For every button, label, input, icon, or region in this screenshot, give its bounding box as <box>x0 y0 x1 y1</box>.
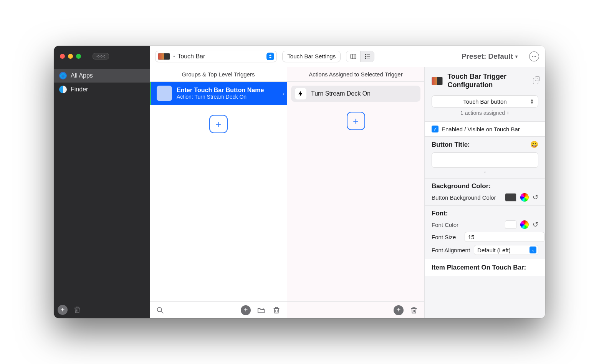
bg-color-sublabel: Button Background Color <box>432 194 501 201</box>
trash-icon <box>272 306 281 314</box>
trash-icon <box>410 306 418 314</box>
chevron-down-icon: ▾ <box>515 54 518 59</box>
actions-body: Turn Stream Deck On + <box>287 82 424 301</box>
action-row[interactable]: Turn Stream Deck On <box>291 86 420 102</box>
more-menu-button[interactable] <box>529 51 539 61</box>
font-size-label: Font Size <box>432 234 462 240</box>
font-color-picker-button[interactable] <box>520 220 529 229</box>
svg-point-12 <box>157 307 162 311</box>
sidebar-item-finder[interactable]: Finder <box>54 83 150 96</box>
reset-font-color-button[interactable]: ↺ <box>533 220 538 229</box>
touchbar-icon <box>432 77 443 85</box>
trigger-type-select[interactable]: • Touch Bar <box>155 51 277 62</box>
add-app-button[interactable]: + <box>58 305 68 315</box>
bolt-icon <box>295 88 306 99</box>
svg-point-7 <box>365 58 366 58</box>
button-title-input[interactable] <box>432 152 538 168</box>
checkmark-icon: ✓ <box>432 126 438 132</box>
view-list-button[interactable] <box>360 51 374 62</box>
triggers-header: Groups & Top Level Triggers <box>150 67 287 82</box>
enabled-label: Enabled / Visible on Touch Bar <box>442 126 520 132</box>
preset-menu[interactable]: Preset: Default ▾ <box>462 52 518 61</box>
delete-trigger-button[interactable] <box>271 305 281 315</box>
font-color-label: Font Color <box>432 222 501 228</box>
button-title-block: Button Title: 😀 ○ <box>425 137 545 178</box>
delete-app-button[interactable] <box>72 305 82 315</box>
resize-handle-icon[interactable]: ○ <box>432 168 538 174</box>
font-size-input[interactable] <box>465 232 544 242</box>
reset-bg-color-button[interactable]: ↺ <box>533 193 538 202</box>
close-window-button[interactable] <box>60 54 65 59</box>
svg-rect-0 <box>351 54 356 59</box>
sidebar: 🌐 All Apps Finder + <box>54 67 150 318</box>
chevron-right-icon: › <box>283 91 285 96</box>
font-color-swatch[interactable] <box>505 220 516 229</box>
trash-icon <box>73 306 81 314</box>
add-action-footer-button[interactable]: + <box>394 305 404 315</box>
delete-action-button[interactable] <box>409 305 419 315</box>
stepper-icon: ▲▼ <box>530 99 534 104</box>
actions-footer: + <box>287 301 424 318</box>
search-button[interactable] <box>155 305 165 315</box>
font-alignment-select[interactable]: Default (Left) ⌄ <box>474 245 538 255</box>
trigger-kind-select[interactable]: Touch Bar button ▲▼ <box>432 95 538 108</box>
inspector-column: Touch Bar Trigger Configuration Touch Ba… <box>425 67 545 318</box>
touchbar-settings-button[interactable]: Touch Bar Settings <box>282 51 341 62</box>
sidebar-item-all-apps[interactable]: 🌐 All Apps <box>54 69 150 83</box>
back-button[interactable]: <<< <box>93 53 109 60</box>
font-alignment-value: Default (Left) <box>477 247 511 253</box>
trigger-type-label: Touch Bar <box>177 53 206 60</box>
trigger-title: Enter Touch Bar Button Name <box>177 87 264 94</box>
trigger-subtitle: Action: Turn Stream Deck On <box>177 94 264 100</box>
minimize-window-button[interactable] <box>68 54 73 59</box>
actions-count-hint[interactable]: 1 actions assigned + <box>425 108 545 121</box>
font-alignment-label: Font Alignment <box>432 247 470 253</box>
touchbar-settings-label: Touch Bar Settings <box>287 53 336 60</box>
item-placement-heading: Item Placement On Touch Bar: <box>425 259 545 276</box>
font-alignment-row: Font Alignment Default (Left) ⌄ <box>432 245 538 255</box>
dropdown-caret-icon <box>266 53 274 60</box>
touchbar-icon <box>158 53 170 60</box>
bg-color-swatch[interactable] <box>505 193 516 202</box>
action-label: Turn Stream Deck On <box>311 90 371 97</box>
columns-icon <box>350 53 357 60</box>
color-picker-button[interactable] <box>520 193 529 202</box>
svg-line-13 <box>161 311 164 313</box>
finder-icon <box>59 86 67 93</box>
folder-plus-icon <box>257 306 265 314</box>
add-action-button[interactable]: + <box>347 112 365 130</box>
background-color-heading: Background Color: <box>432 182 491 190</box>
trigger-thumbnail <box>157 86 172 101</box>
actions-column: Actions Assigned to Selected Trigger Tur… <box>287 67 425 318</box>
svg-point-10 <box>534 56 534 56</box>
duplicate-icon[interactable] <box>533 78 538 84</box>
window-controls <box>60 54 81 59</box>
view-columns-button[interactable] <box>346 51 360 62</box>
svg-point-5 <box>365 56 366 56</box>
sidebar-footer: + <box>54 301 150 318</box>
background-color-block: Background Color: Button Background Colo… <box>425 178 545 205</box>
sidebar-item-label: Finder <box>71 86 88 93</box>
add-trigger-button[interactable]: + <box>209 115 228 133</box>
toolbar: <<< • Touch Bar Touch Bar Settings Prese… <box>54 46 545 67</box>
add-group-button[interactable] <box>256 305 266 315</box>
svg-point-9 <box>532 56 533 56</box>
sidebar-list: 🌐 All Apps Finder <box>54 67 150 301</box>
columns: Groups & Top Level Triggers Enter Touch … <box>150 67 545 318</box>
font-block: Font: Font Color ↺ Font Size ▲▼ pt <box>425 205 545 259</box>
enabled-checkbox-row[interactable]: ✓ Enabled / Visible on Touch Bar <box>425 121 545 137</box>
font-size-row: Font Size ▲▼ pt <box>432 232 538 242</box>
add-trigger-footer-button[interactable]: + <box>241 305 251 315</box>
trigger-kind-value: Touch Bar button <box>463 98 506 105</box>
trigger-row[interactable]: Enter Touch Bar Button Name Action: Turn… <box>150 82 287 105</box>
actions-header: Actions Assigned to Selected Trigger <box>287 67 424 82</box>
emoji-picker-button[interactable]: 😀 <box>530 141 538 149</box>
main-body: 🌐 All Apps Finder + Groups & Top Level T… <box>54 67 545 318</box>
list-icon <box>364 53 371 60</box>
titlebar-left: <<< <box>54 46 150 67</box>
zoom-window-button[interactable] <box>76 54 81 59</box>
svg-point-3 <box>365 54 366 55</box>
button-title-heading: Button Title: <box>432 141 470 149</box>
app-window: <<< • Touch Bar Touch Bar Settings Prese… <box>54 46 545 318</box>
globe-icon: 🌐 <box>59 72 67 79</box>
